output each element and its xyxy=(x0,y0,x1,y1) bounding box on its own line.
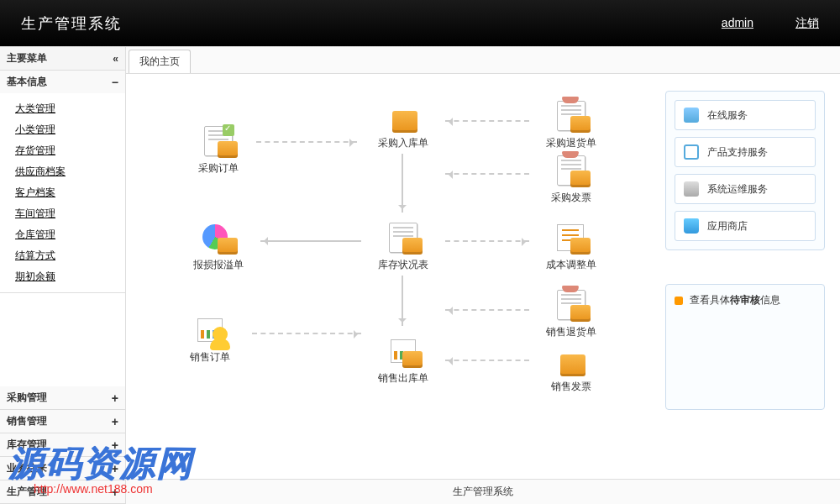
node-purchase-invoice[interactable]: 采购发票 xyxy=(538,154,605,205)
clipboard-box-icon xyxy=(550,288,592,322)
node-purchase-order[interactable]: 采购订单 xyxy=(185,124,252,176)
node-cost-adjust[interactable]: 成本调整单 xyxy=(538,221,605,272)
sidebar-section-header[interactable]: 采购管理+ xyxy=(0,386,125,409)
collapse-icon[interactable]: « xyxy=(113,53,118,65)
box-in-icon xyxy=(382,99,424,133)
node-sales-invoice[interactable]: 销售发票 xyxy=(538,343,605,394)
arrow-icon xyxy=(445,360,529,361)
service-ops-button[interactable]: 系统运维服务 xyxy=(675,174,816,204)
sidebar-header: 主要菜单 « xyxy=(0,47,125,71)
plus-icon: + xyxy=(112,438,118,452)
sidebar-section-header[interactable]: 基本信息 − xyxy=(0,71,125,93)
logout-link[interactable]: 注销 xyxy=(795,16,819,31)
workflow-canvas: 采购订单 采购入库单 采购退货单 采购发票 报损报溢单 xyxy=(126,74,840,479)
sidebar-section-header[interactable]: 销售管理+ xyxy=(0,410,125,433)
box-icon xyxy=(550,343,592,376)
node-purchase-in[interactable]: 采购入库单 xyxy=(370,99,437,150)
clipboard-box-icon xyxy=(550,99,592,133)
arrow-icon xyxy=(402,276,403,326)
sidebar-item[interactable]: 仓库管理 xyxy=(15,224,125,245)
node-sales-return[interactable]: 销售退货单 xyxy=(538,288,605,339)
sidebar-item[interactable]: 大类管理 xyxy=(15,98,125,119)
minus-icon: − xyxy=(112,76,118,89)
sidebar-section-header[interactable]: 生产管理+ xyxy=(0,480,125,503)
arrow-icon xyxy=(252,333,361,334)
services-panel: 在线服务 产品支持服务 系统运维服务 应用商店 xyxy=(665,91,825,250)
sidebar-section-basic: 基本信息 − 大类管理 小类管理 存货管理 供应商档案 客户档案 车间管理 仓库… xyxy=(0,71,125,293)
server-icon xyxy=(684,181,699,197)
sidebar-item[interactable]: 供应商档案 xyxy=(15,161,125,182)
tab-home[interactable]: 我的主页 xyxy=(129,50,191,73)
arrow-icon xyxy=(402,154,403,213)
app-header: 生产管理系统 admin 注销 xyxy=(0,0,840,46)
plus-icon: + xyxy=(112,462,118,475)
chart-person-icon xyxy=(189,313,231,347)
bullet-icon xyxy=(675,297,683,305)
node-inventory-status[interactable]: 库存状况表 xyxy=(370,221,437,272)
clipboard-box-icon xyxy=(550,154,592,187)
sidebar-item[interactable]: 客户档案 xyxy=(15,182,125,203)
tab-bar: 我的主页 xyxy=(126,47,840,74)
sidebar-item[interactable]: 存货管理 xyxy=(15,140,125,161)
arrow-icon xyxy=(445,309,529,311)
list-box-icon xyxy=(550,221,592,255)
plus-icon: + xyxy=(112,415,118,428)
node-sales-order[interactable]: 销售订单 xyxy=(176,313,244,365)
sidebar-item[interactable]: 结算方式 xyxy=(15,245,125,266)
audit-link[interactable]: 待审核 xyxy=(730,294,760,306)
sidebar-item[interactable]: 小类管理 xyxy=(15,119,125,140)
node-loss-overflow[interactable]: 报损报溢单 xyxy=(185,221,252,272)
document-check-icon xyxy=(197,124,239,158)
plus-icon: + xyxy=(112,391,118,405)
sidebar-section-header[interactable]: 业务往来+ xyxy=(0,457,125,480)
headset-icon xyxy=(684,108,699,123)
app-title: 生产管理系统 xyxy=(21,13,122,34)
document-box-icon xyxy=(382,221,424,255)
audit-panel: 查看具体待审核信息 xyxy=(665,284,825,410)
chart-box-icon xyxy=(382,334,424,368)
node-purchase-return[interactable]: 采购退货单 xyxy=(538,99,605,150)
sidebar-item[interactable]: 期初余额 xyxy=(15,266,125,287)
user-link[interactable]: admin xyxy=(722,16,753,31)
audit-text: 查看具体待审核信息 xyxy=(690,293,780,307)
arrow-icon xyxy=(445,120,529,122)
monitor-icon xyxy=(684,144,699,160)
footer-text: 生产管理系统 xyxy=(126,479,840,504)
pie-chart-icon xyxy=(197,221,239,255)
store-icon xyxy=(684,218,699,234)
arrow-icon xyxy=(445,173,529,175)
arrow-icon xyxy=(260,240,361,242)
sidebar-item[interactable]: 车间管理 xyxy=(15,203,125,224)
service-product-button[interactable]: 产品支持服务 xyxy=(675,137,816,167)
service-store-button[interactable]: 应用商店 xyxy=(675,211,816,241)
sidebar: 主要菜单 « 基本信息 − 大类管理 小类管理 存货管理 供应商档案 客户档案 … xyxy=(0,47,126,504)
sidebar-title: 主要菜单 xyxy=(7,51,47,66)
arrow-icon xyxy=(445,240,529,242)
service-online-button[interactable]: 在线服务 xyxy=(675,100,816,130)
node-sales-out[interactable]: 销售出库单 xyxy=(370,334,437,386)
plus-icon: + xyxy=(112,486,118,499)
sidebar-section-header[interactable]: 库存管理+ xyxy=(0,433,125,456)
arrow-icon xyxy=(256,141,357,143)
